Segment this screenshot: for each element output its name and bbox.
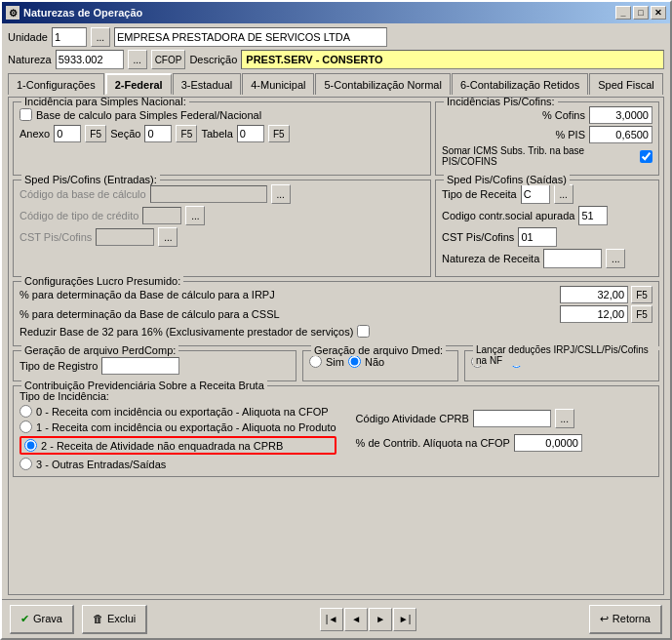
cprb-col: Código Atividade CPRB ... % de Contrib. … bbox=[356, 390, 582, 470]
radio0[interactable] bbox=[20, 405, 32, 418]
maximize-button[interactable]: □ bbox=[633, 6, 649, 20]
perc-contrib-label: % de Contrib. Alíquota na CFOP bbox=[356, 437, 510, 449]
sped-saidas-group: Sped Pis/Cofins (Saídas) Tipo de Receita… bbox=[435, 180, 659, 277]
tab-estadual[interactable]: 3-Estadual bbox=[173, 73, 242, 95]
tab-contab-normal[interactable]: 5-Contabilização Normal bbox=[315, 73, 450, 95]
natureza-receita-field[interactable] bbox=[543, 249, 602, 268]
federal-tab-content: Incidência para Simples Nacional: Base d… bbox=[8, 97, 664, 595]
codigo-contr-field[interactable]: 51 bbox=[578, 206, 608, 225]
radio1-label: 1 - Receita com incidência ou exportação… bbox=[36, 421, 336, 433]
cst-saidas-label: CST Pis/Cofins bbox=[442, 231, 514, 243]
cst-saidas-row: CST Pis/Cofins 01 bbox=[442, 227, 652, 247]
nav-next-button[interactable]: ► bbox=[369, 608, 392, 631]
pis-label: % PIS bbox=[555, 129, 585, 140]
radio1[interactable] bbox=[20, 420, 32, 433]
radio2-row: 2 - Receita de Atividade não enquadrada … bbox=[20, 436, 336, 455]
somar-icms-row: Somar ICMS Subs. Trib. na base PIS/COFIN… bbox=[442, 145, 652, 167]
tab-federal[interactable]: 2-Federal bbox=[105, 73, 172, 95]
cofins-value[interactable]: 3,0000 bbox=[589, 106, 652, 124]
cst-saidas-field[interactable]: 01 bbox=[518, 227, 557, 247]
irpj-csll-group: Lançar deduções IRPJ/CSLL/Pis/Cofins na … bbox=[464, 350, 659, 381]
cst-entradas-browse-btn[interactable]: ... bbox=[158, 227, 178, 247]
sped-entradas-group: Sped Pis/Cofins (Entradas): Código da ba… bbox=[13, 180, 431, 277]
exclui-button[interactable]: 🗑 Exclui bbox=[82, 605, 147, 634]
grava-button[interactable]: ✔ Grava bbox=[10, 605, 74, 634]
cst-entradas-label: CST Pis/Cofins bbox=[20, 231, 92, 243]
natureza-receita-browse-btn[interactable]: ... bbox=[606, 249, 625, 268]
irpj-value[interactable]: 32,00 bbox=[560, 286, 628, 303]
radio3-label: 3 - Outras Entradas/Saídas bbox=[36, 459, 166, 470]
close-button[interactable]: ✕ bbox=[651, 6, 666, 20]
radio2[interactable] bbox=[24, 439, 37, 452]
anexo-row: Anexo F5 Seção F5 Tabela F5 bbox=[20, 125, 424, 142]
tipo-incidencia-title: Tipo de Incidência: bbox=[20, 390, 336, 402]
radio3[interactable] bbox=[20, 458, 32, 470]
codigo-tipo-browse-btn[interactable]: ... bbox=[185, 206, 205, 225]
descricao-field[interactable]: PREST.SERV - CONSERTO bbox=[241, 50, 664, 69]
irpj-f5-btn[interactable]: F5 bbox=[631, 286, 652, 303]
unidade-browse-button[interactable]: ... bbox=[91, 27, 110, 47]
tab-municipal[interactable]: 4-Municipal bbox=[242, 73, 314, 95]
cssl-f5-btn[interactable]: F5 bbox=[631, 305, 652, 323]
natureza-row: Natureza 5933.002 ... CFOP Descrição PRE… bbox=[8, 50, 664, 69]
tab-contab-retidos[interactable]: 6-Contabilização Retidos bbox=[452, 73, 588, 95]
tipo-receita-field[interactable]: C bbox=[521, 184, 550, 204]
codigo-tipo-field[interactable] bbox=[142, 207, 181, 224]
contribuicao-title: Contribuição Previdenciária Sobre a Rece… bbox=[21, 380, 267, 391]
simples-checkbox-label: Base de calculo para Simples Federal/Nac… bbox=[36, 109, 261, 121]
codigo-base-field[interactable] bbox=[150, 185, 267, 203]
secao-field[interactable] bbox=[144, 125, 172, 142]
dmed-sim-radio[interactable] bbox=[309, 355, 322, 368]
simples-nacional-title: Incidência para Simples Nacional: bbox=[21, 97, 189, 107]
title-bar-buttons: _ □ ✕ bbox=[615, 6, 666, 20]
cssl-value[interactable]: 12,00 bbox=[560, 305, 628, 323]
tipo-receita-browse-btn[interactable]: ... bbox=[554, 184, 573, 204]
tipo-receita-row: Tipo de Receita C ... bbox=[442, 184, 652, 204]
dmed-group: Geração de arquivo Dmed: Sim Não bbox=[302, 350, 458, 381]
perc-contrib-value[interactable]: 0,0000 bbox=[514, 434, 582, 452]
cst-entradas-field[interactable] bbox=[96, 228, 154, 246]
tabela-f5-btn[interactable]: F5 bbox=[268, 125, 290, 142]
tabela-field[interactable] bbox=[237, 125, 264, 142]
unidade-row: Unidade 1 ... EMPRESA PRESTADORA DE SERV… bbox=[8, 27, 664, 47]
nav-first-button[interactable]: |◄ bbox=[320, 608, 343, 631]
natureza-label: Natureza bbox=[8, 54, 52, 65]
reduzir-checkbox[interactable] bbox=[357, 325, 370, 338]
anexo-f5-btn[interactable]: F5 bbox=[85, 125, 106, 142]
pis-cofins-incidencias-group: Incidências Pis/Cofins: % Cofins 3,0000 … bbox=[435, 101, 659, 176]
cfop-button[interactable]: CFOP bbox=[151, 50, 186, 69]
pis-row: % PIS 0,6500 bbox=[442, 126, 652, 143]
minimize-button[interactable]: _ bbox=[615, 6, 631, 20]
tipo-registro-field[interactable] bbox=[101, 357, 179, 375]
radio0-label: 0 - Receita com incidência ou exportação… bbox=[36, 406, 329, 418]
natureza-field[interactable]: 5933.002 bbox=[56, 50, 124, 69]
natureza-browse-button[interactable]: ... bbox=[128, 50, 147, 69]
nav-prev-button[interactable]: ◄ bbox=[344, 608, 368, 631]
simples-checkbox[interactable] bbox=[20, 108, 32, 121]
codigo-base-browse-btn[interactable]: ... bbox=[271, 184, 291, 204]
tab-sped-fiscal[interactable]: Sped Fiscal bbox=[589, 73, 662, 95]
tab-configuracoes[interactable]: 1-Configurações bbox=[8, 73, 104, 95]
codigo-atividade-browse-btn[interactable]: ... bbox=[555, 409, 574, 428]
radio1-row: 1 - Receita com incidência ou exportação… bbox=[20, 420, 336, 433]
retorna-button[interactable]: ↩ Retorna bbox=[589, 605, 662, 634]
anexo-label: Anexo bbox=[20, 128, 50, 140]
secao-f5-btn[interactable]: F5 bbox=[176, 125, 197, 142]
codigo-tipo-label: Código de tipo de crédito bbox=[20, 210, 138, 221]
codigo-atividade-field[interactable] bbox=[473, 410, 551, 427]
dmed-nao-radio[interactable] bbox=[348, 355, 361, 368]
title-bar: ⚙ Naturezas de Operação _ □ ✕ bbox=[2, 2, 670, 23]
tipo-registro-label: Tipo de Registro bbox=[20, 360, 98, 372]
pis-value[interactable]: 0,6500 bbox=[589, 126, 652, 143]
codigo-contr-row: Codigo contr.social apurada 51 bbox=[442, 206, 652, 225]
nav-last-button[interactable]: ►| bbox=[393, 608, 416, 631]
sped-saidas-title: Sped Pis/Cofins (Saídas) bbox=[444, 174, 570, 185]
anexo-field[interactable] bbox=[54, 125, 81, 142]
tipo-incidencia-col: Tipo de Incidência: 0 - Receita com inci… bbox=[20, 390, 336, 470]
unidade-field[interactable]: 1 bbox=[52, 27, 87, 47]
perd-comp-group: Geração de arquivo PerdComp: Tipo de Reg… bbox=[13, 350, 296, 381]
row3: Geração de arquivo PerdComp: Tipo de Reg… bbox=[13, 350, 659, 381]
reduzir-row: Reduzir Base de 32 para 16% (Exclusivame… bbox=[20, 325, 652, 338]
radio2-label: 2 - Receita de Atividade não enquadrada … bbox=[41, 440, 283, 452]
somar-checkbox[interactable] bbox=[640, 150, 652, 163]
